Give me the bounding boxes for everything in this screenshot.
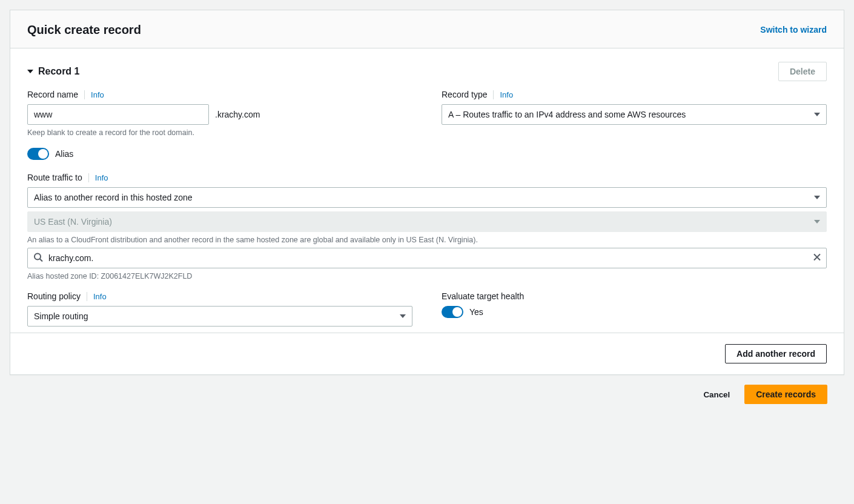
route-traffic-info-link[interactable]: Info: [88, 173, 108, 182]
routing-policy-info-link[interactable]: Info: [87, 292, 107, 301]
caret-down-icon: [814, 196, 820, 199]
clear-icon[interactable]: [812, 253, 822, 264]
routing-policy-select[interactable]: Simple routing: [27, 306, 412, 327]
routing-policy-label: Routing policy Info: [27, 291, 412, 301]
record-type-info-link[interactable]: Info: [493, 90, 513, 99]
svg-point-0: [35, 254, 41, 260]
alias-toggle-label: Alias: [55, 149, 73, 159]
card-header: Quick create record Switch to wizard: [10, 10, 844, 48]
search-icon: [33, 253, 43, 264]
delete-button[interactable]: Delete: [778, 62, 827, 81]
alias-target-hint: Alias hosted zone ID: Z0061427ELK7WJ2K2F…: [27, 272, 827, 280]
record-title: Record 1: [38, 66, 79, 77]
page-footer: Cancel Create records: [10, 385, 844, 404]
record-section-header: Record 1 Delete: [27, 62, 827, 81]
record-name-hint: Keep blank to create a record for the ro…: [27, 128, 412, 137]
switch-to-wizard-link[interactable]: Switch to wizard: [760, 25, 827, 35]
record-name-suffix: .krachy.com: [215, 110, 260, 119]
region-select-disabled: US East (N. Virginia): [27, 211, 827, 232]
caret-down-icon: [27, 70, 33, 73]
caret-down-icon: [400, 314, 406, 318]
region-hint: An alias to a CloudFront distribution an…: [27, 236, 827, 244]
svg-line-1: [40, 259, 42, 262]
evaluate-health-toggle[interactable]: Yes: [442, 306, 483, 318]
cancel-button[interactable]: Cancel: [700, 390, 733, 400]
route-traffic-label: Route traffic to Info: [27, 173, 827, 182]
route-traffic-select[interactable]: Alias to another record in this hosted z…: [27, 187, 827, 208]
caret-down-icon: [814, 113, 820, 116]
evaluate-health-label: Evaluate target health: [442, 291, 827, 301]
record-name-info-link[interactable]: Info: [84, 90, 104, 99]
alias-toggle[interactable]: Alias: [27, 148, 73, 160]
caret-down-icon: [814, 220, 820, 224]
page-title: Quick create record: [27, 22, 141, 37]
alias-target-input[interactable]: [27, 248, 827, 268]
record-type-select[interactable]: A – Routes traffic to an IPv4 address an…: [442, 104, 827, 125]
record-expand-toggle[interactable]: Record 1: [27, 66, 79, 77]
card-footer: Add another record: [10, 333, 844, 374]
record-name-input[interactable]: [27, 104, 209, 125]
evaluate-health-value: Yes: [469, 307, 483, 317]
quick-create-card: Quick create record Switch to wizard Rec…: [10, 10, 844, 375]
add-another-record-button[interactable]: Add another record: [725, 344, 827, 363]
record-type-label: Record type Info: [442, 90, 827, 99]
record-name-label: Record name Info: [27, 90, 412, 99]
create-records-button[interactable]: Create records: [744, 385, 827, 404]
